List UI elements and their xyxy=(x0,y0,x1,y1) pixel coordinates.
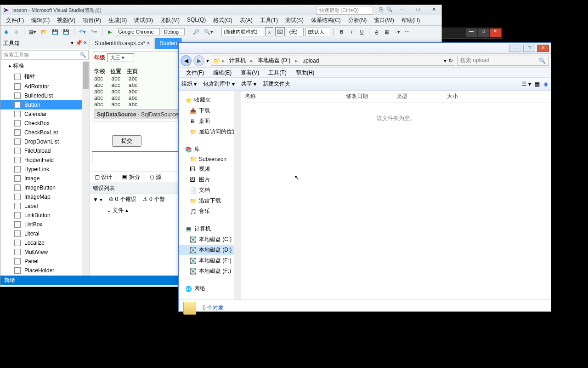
explorer-minimize[interactable]: — xyxy=(509,45,521,52)
tree-svn[interactable]: 📁Subversion xyxy=(179,155,241,164)
toolbox-item-checkboxlist[interactable]: CheckBoxList xyxy=(0,128,90,137)
style-b-icon[interactable]: ⌧ xyxy=(275,27,285,36)
toolbox-item-linkbutton[interactable]: LinkButton xyxy=(0,211,90,220)
tree-computer[interactable]: 💻计算机 xyxy=(179,222,241,234)
tree-downloads[interactable]: 📥下载 xyxy=(179,105,241,116)
menu-team[interactable]: 团队(M) xyxy=(157,15,183,25)
address-dropdown-icon[interactable]: ▾ xyxy=(444,58,447,64)
style-a-icon[interactable]: x xyxy=(265,27,273,36)
tree-scrollbar[interactable] xyxy=(234,91,241,299)
tree-recent[interactable]: 📁最近访问的位置 xyxy=(179,126,241,137)
peek-minimize[interactable]: — xyxy=(466,29,477,37)
filter-icon[interactable]: ▼ ▾ xyxy=(93,196,102,203)
cmd-share[interactable]: 共享 ▾ xyxy=(241,80,256,88)
tree-xunlei[interactable]: 📁迅雷下载 xyxy=(179,196,241,206)
menu-view[interactable]: 视图(V) xyxy=(53,15,79,25)
address-bar[interactable]: 📁 ▸ 计算机 ▸ 本地磁盘 (D:) ▸ upload ▾ ↻ xyxy=(211,56,455,66)
errors-count[interactable]: ⊘ 0 个错误 xyxy=(109,196,136,203)
menu-project[interactable]: 项目(P) xyxy=(79,15,105,25)
toolbox-item-listbox[interactable]: ListBox xyxy=(0,220,90,229)
more-icon[interactable]: ⋯ xyxy=(403,27,412,36)
cmd-organize[interactable]: 组织 ▾ xyxy=(181,80,197,88)
zoom-icon[interactable]: 🔍▾ xyxy=(203,27,215,36)
viewtab-source[interactable]: ⟨⟩ 源 xyxy=(145,172,166,183)
toolbox-item-literal[interactable]: Literal xyxy=(0,229,90,238)
crumb-drive[interactable]: 本地磁盘 (D:) xyxy=(255,57,293,64)
exp-menu-view[interactable]: 查看(V) xyxy=(236,68,264,77)
menu-help[interactable]: 帮助(H) xyxy=(398,15,424,25)
size-combo[interactable]: (默认大 xyxy=(305,28,331,36)
tree-drive-e[interactable]: 💽本地磁盘 (E:) xyxy=(179,255,241,266)
open-icon[interactable]: 📂 xyxy=(40,27,49,36)
nav-dropdown-icon[interactable]: ▾ xyxy=(206,58,209,64)
highlight-icon[interactable]: ▦ xyxy=(383,27,391,36)
menu-debug[interactable]: 调试(D) xyxy=(130,15,157,25)
menu-table[interactable]: 表(A) xyxy=(236,15,256,25)
italic-icon[interactable]: I xyxy=(347,27,356,36)
redo-icon[interactable]: ↷▾ xyxy=(89,27,99,36)
menu-arch[interactable]: 体系结构(C) xyxy=(307,15,345,25)
toolbox-item-calendar[interactable]: Calendar xyxy=(0,109,90,119)
back-icon[interactable]: ◉ xyxy=(2,27,11,36)
toolbox-item-指针[interactable]: 指针 xyxy=(0,71,90,82)
undo-icon[interactable]: ↶▾ xyxy=(78,27,87,36)
toolbox-item-hyperlink[interactable]: HyperLink xyxy=(0,165,90,174)
save-icon[interactable]: 💾 xyxy=(51,27,60,36)
toolbox-item-placeholder[interactable]: PlaceHolder xyxy=(0,266,90,275)
toolbox-item-checkbox[interactable]: CheckBox xyxy=(0,119,90,128)
menu-build[interactable]: 生成(B) xyxy=(105,15,130,25)
menu-file[interactable]: 文件(F) xyxy=(2,15,28,25)
menu-tools[interactable]: 工具(T) xyxy=(256,15,282,25)
toolbox-search[interactable]: 搜索工具箱 🔍 xyxy=(1,50,89,60)
peek-maximize[interactable]: □ xyxy=(478,29,489,37)
crumb-upload[interactable]: upload xyxy=(300,58,322,64)
tree-network[interactable]: 🌐网络 xyxy=(179,282,241,294)
toolbox-item-button[interactable]: Button xyxy=(0,100,90,109)
underline-icon[interactable]: U xyxy=(357,27,366,36)
tree-drive-d[interactable]: 💽本地磁盘 (D:) xyxy=(179,245,241,255)
find-icon[interactable]: 🔎 xyxy=(192,27,201,36)
col-size[interactable]: 大小 xyxy=(447,92,484,100)
peek-close[interactable]: ✕ xyxy=(490,29,501,37)
viewtab-split[interactable]: ▣ 拆分 xyxy=(117,172,145,183)
tree-favorites[interactable]: ⭐收藏夹 xyxy=(179,93,241,105)
vs-maximize[interactable]: □ xyxy=(412,6,424,14)
toolbox-item-adrotator[interactable]: AdRotator xyxy=(0,82,90,91)
tree-libraries[interactable]: 📚库 xyxy=(179,143,241,155)
fontcolor-icon[interactable]: A̲ xyxy=(373,27,381,36)
exp-menu-tools[interactable]: 工具(T) xyxy=(264,68,291,77)
toolbox-item-localize[interactable]: Localize xyxy=(0,238,90,247)
toolbox-item-fileupload[interactable]: FileUpload xyxy=(0,146,90,155)
toolbox-group[interactable]: ▸ 标准 xyxy=(0,61,90,71)
explorer-search[interactable]: 搜索 upload 🔍 xyxy=(457,56,549,66)
tree-music[interactable]: 🎵音乐 xyxy=(179,206,241,217)
viewtab-design[interactable]: ▢ 设计 xyxy=(90,172,117,183)
quick-launch[interactable]: 快速启动 (Ctrl+Q) xyxy=(316,6,373,15)
toolbox-item-image[interactable]: Image xyxy=(0,174,90,183)
toolbox-item-panel[interactable]: Panel xyxy=(0,257,90,266)
cmd-include[interactable]: 包含到库中 ▾ xyxy=(203,80,235,88)
new-item-icon[interactable]: ▦▾ xyxy=(28,27,38,36)
refresh-icon[interactable]: ↻ xyxy=(448,58,453,64)
tree-docs[interactable]: 📄文档 xyxy=(179,185,241,196)
browser-combo[interactable]: Google Chrome xyxy=(116,28,160,35)
toolbox-item-bulletedlist[interactable]: BulletedList xyxy=(0,91,90,100)
toolbox-item-imagebutton[interactable]: ImageButton xyxy=(0,183,90,192)
bold-icon[interactable]: B xyxy=(337,27,345,36)
tree-drive-f[interactable]: 💽本地磁盘 (F:) xyxy=(179,266,241,276)
toolbox-item-radiobutton[interactable]: RadioButton xyxy=(0,275,90,276)
crumb-computer[interactable]: 计算机 xyxy=(226,57,249,64)
preview-pane-icon[interactable]: ▦ xyxy=(535,81,540,87)
none-combo[interactable]: (无) xyxy=(287,28,303,36)
nav-back-icon[interactable]: ◀ xyxy=(181,55,192,66)
toolbox-scrollbar[interactable] xyxy=(82,61,90,276)
search-icon[interactable]: 🔍 xyxy=(386,6,393,14)
submit-button[interactable]: 提交 xyxy=(112,135,141,147)
forward-icon[interactable]: ◉ xyxy=(12,27,21,36)
link-icon[interactable]: ⎘ xyxy=(379,6,383,14)
explorer-close[interactable]: ✕ xyxy=(537,45,549,52)
explorer-titlebar[interactable]: — □ ✕ xyxy=(179,43,551,54)
toolbox-pin-icon[interactable]: ▾ 📌 × xyxy=(71,40,87,47)
toolbox-item-dropdownlist[interactable]: DropDownList xyxy=(0,137,90,146)
close-icon[interactable]: × xyxy=(147,40,150,46)
